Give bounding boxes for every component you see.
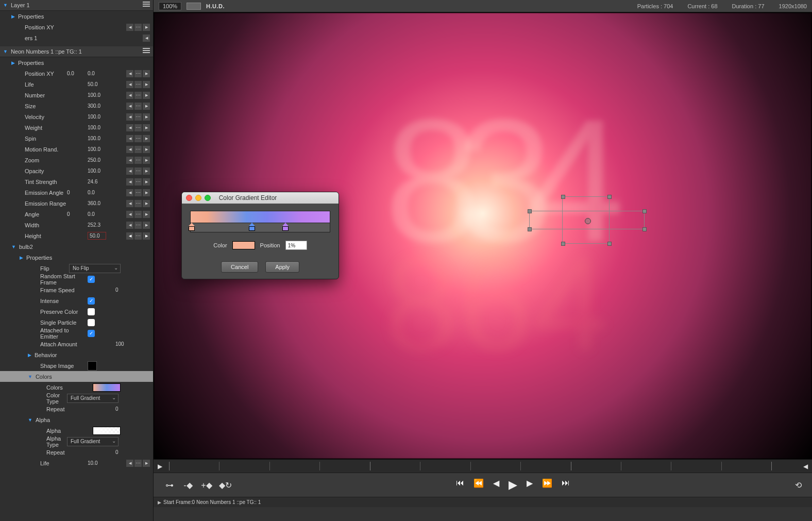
add-key-icon[interactable]: +◆ [201,479,212,491]
prev-keyframe-icon[interactable] [143,35,150,42]
value-input[interactable]: 100.0 [88,114,108,120]
value-input[interactable]: 252.3 [88,222,108,228]
zoom-level[interactable]: 100% [159,2,181,10]
menu-icon[interactable] [143,48,150,54]
property-row-emission-angle: Emission Angle00.0 [0,187,153,198]
value-input[interactable]: 0.0 [88,211,112,217]
tree-item[interactable]: ▶ Properties [0,252,153,263]
preserve-color-checkbox[interactable] [88,308,95,315]
reset-key-icon[interactable]: ◆↻ [219,479,231,491]
value-input[interactable]: 10.0 [88,460,108,466]
emitter-transform-gizmo[interactable] [529,196,647,245]
layer-header[interactable]: ▼ Layer 1 [0,0,153,11]
step-back-button[interactable]: ◀ [493,478,499,492]
color-type-select[interactable]: Full Gradient [67,394,119,403]
single-particle-checkbox[interactable] [88,319,95,326]
emitter-header[interactable]: ▼ Neon Numbers 1 ::pe TG:: 1 [0,46,153,57]
value-input[interactable]: 100.0 [88,168,108,174]
color-gradient-editor-dialog[interactable]: Color Gradient Editor Color Position Can… [181,192,339,279]
background-color-swatch[interactable] [187,3,201,10]
play-button[interactable]: ▶ [509,478,517,492]
tree-item-behavior[interactable]: ▶ Behavior [0,349,153,360]
gradient-stop[interactable] [249,223,255,231]
gradient-stop[interactable] [282,223,289,231]
value-input[interactable]: 24.6 [88,179,108,184]
tree-item-alpha[interactable]: ▼ Alpha [0,414,153,425]
value-input[interactable]: 50.0 [88,81,108,87]
fast-forward-button[interactable]: ⏩ [542,478,552,492]
value-input[interactable]: 0 [115,449,136,455]
value-input[interactable]: 250.0 [88,157,108,163]
in-point-icon[interactable]: ▶ [158,463,162,470]
alpha-gradient-swatch[interactable] [93,427,121,435]
gradient-preview[interactable] [190,211,330,223]
disclosure-icon[interactable]: ▶ [28,352,31,358]
tree-item-colors[interactable]: ▼ Colors [0,371,153,382]
value-input[interactable]: 0.0 [67,71,88,76]
tree-item[interactable]: ▶ Properties [0,57,153,68]
out-point-icon[interactable]: ◀ [803,463,808,470]
value-input[interactable]: 0 [67,211,88,217]
rewind-button[interactable]: ⏪ [473,478,484,492]
keyframe-menu-icon[interactable] [134,24,142,31]
prev-keyframe-icon[interactable] [126,24,133,31]
properties-panel[interactable]: ▼ Layer 1 ▶ Properties Position XY ers 1… [0,0,154,521]
timeline-ruler[interactable]: ▶ ◀ [154,460,812,473]
property-row-life: Life50.0 [0,79,153,90]
hud-toggle[interactable]: H.U.D. [206,3,225,9]
flip-select[interactable]: No Flip [69,264,121,273]
disclosure-icon[interactable]: ▶ [158,500,161,505]
shape-image-swatch[interactable] [88,361,97,371]
property-row-number: Number100.0 [0,90,153,100]
value-input[interactable]: 0.0 [88,190,112,195]
disclosure-icon[interactable]: ▼ [3,49,8,54]
value-input[interactable]: 100 [115,341,136,347]
alpha-type-select[interactable]: Full Gradient [67,437,119,446]
particle-count: Particles : 704 [637,3,673,9]
attached-checkbox[interactable] [88,330,95,337]
disclosure-icon[interactable]: ▶ [20,255,23,260]
property-row-emission-range: Emission Range360.0 [0,198,153,209]
value-input[interactable]: 100.0 [88,92,108,98]
value-input[interactable]: 100.0 [88,136,108,141]
position-input[interactable] [285,241,307,250]
disclosure-icon[interactable]: ▼ [3,3,8,8]
disclosure-icon[interactable]: ▼ [11,244,16,249]
menu-icon[interactable] [143,2,150,8]
remove-key-icon[interactable]: -◆ [182,479,194,491]
timeline-track[interactable]: ▶ Start Frame:0 Neon Numbers 1 ::pe TG::… [154,497,812,507]
apply-button[interactable]: Apply [265,261,299,273]
value-input[interactable]: 0 [67,190,88,195]
disclosure-icon[interactable]: ▼ [28,374,32,379]
loop-button[interactable]: ⟲ [795,480,802,490]
disclosure-icon[interactable]: ▼ [28,417,32,423]
colors-gradient-swatch[interactable] [93,383,121,392]
selected-color-swatch[interactable] [232,241,255,249]
gradient-stop-track[interactable] [190,223,330,232]
value-input[interactable]: 300.0 [88,103,108,109]
goto-end-button[interactable]: ⏭ [562,478,570,492]
value-input[interactable]: 0.0 [88,71,112,76]
value-input[interactable]: 100.0 [88,146,108,152]
gradient-stop[interactable] [189,223,195,231]
tree-item[interactable]: ▶ Properties [0,11,153,22]
tree-item-bulb2[interactable]: ▼ bulb2 [0,241,153,252]
dialog-titlebar[interactable]: Color Gradient Editor [182,192,339,204]
value-input[interactable]: 360.0 [88,200,108,206]
step-forward-button[interactable]: ▶ [527,478,533,492]
anchor-point-icon[interactable] [585,218,591,224]
value-input[interactable]: 0 [115,287,136,293]
value-input[interactable]: 0 [115,406,136,412]
disclosure-icon[interactable]: ▶ [11,14,15,19]
cancel-button[interactable]: Cancel [221,261,258,273]
disclosure-icon[interactable]: ▶ [11,60,15,65]
next-keyframe-icon[interactable] [143,24,150,31]
random-start-checkbox[interactable] [88,276,95,283]
goto-start-button[interactable]: ⏮ [456,478,464,492]
position-label: Position [260,242,280,248]
key-tool-icon[interactable]: ⊶ [164,479,175,491]
intense-checkbox[interactable] [88,297,95,305]
value-input[interactable]: 50.0 [88,232,106,240]
close-icon[interactable] [186,195,192,201]
value-input[interactable]: 100.0 [88,125,108,130]
